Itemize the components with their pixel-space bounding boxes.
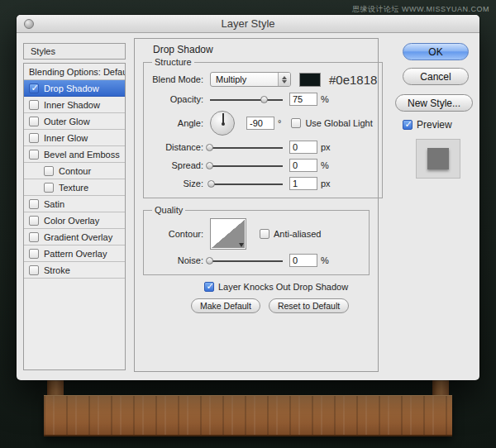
- shadow-color-swatch[interactable]: [299, 73, 321, 87]
- style-enabled-checkbox[interactable]: [29, 265, 39, 275]
- opacity-slider-thumb[interactable]: [260, 96, 268, 103]
- watermark: 思缘设计论坛 WWW.MISSYUAN.COM: [352, 4, 489, 15]
- angle-dial[interactable]: [210, 111, 235, 136]
- style-row-label: Drop Shadow: [44, 83, 99, 93]
- distance-input[interactable]: 0: [289, 141, 317, 154]
- layer-style-dialog: Layer Style Styles Blending Options: Def…: [17, 15, 479, 380]
- style-enabled-checkbox[interactable]: [29, 232, 39, 242]
- size-input[interactable]: 1: [289, 177, 317, 190]
- structure-legend: Structure: [152, 57, 194, 67]
- distance-slider-thumb[interactable]: [206, 144, 213, 151]
- structure-group: Structure Blend Mode: Multiply #0e1818 O…: [143, 57, 383, 198]
- style-list-item[interactable]: Drop Shadow: [24, 80, 125, 97]
- preview-shadow-square: [427, 148, 449, 169]
- dialog-titlebar[interactable]: Layer Style: [17, 15, 479, 33]
- opacity-label: Opacity:: [149, 94, 203, 104]
- style-enabled-checkbox[interactable]: [29, 199, 39, 209]
- style-list-item[interactable]: Gradient Overlay: [24, 229, 125, 245]
- quality-group: Quality Contour: Anti-aliased Noise: 0 %: [143, 205, 370, 275]
- ok-button[interactable]: OK: [403, 43, 469, 60]
- window-close-button[interactable]: [24, 19, 34, 29]
- spread-label: Spread:: [149, 160, 203, 170]
- spread-input[interactable]: 0: [289, 159, 317, 172]
- make-default-button[interactable]: Make Default: [191, 298, 260, 313]
- contour-picker[interactable]: [210, 218, 246, 250]
- style-row-label: Satin: [44, 199, 64, 209]
- distance-label: Distance:: [149, 142, 203, 152]
- layer-knocks-out-label: Layer Knocks Out Drop Shadow: [218, 282, 348, 292]
- angle-unit: °: [278, 118, 281, 128]
- quality-legend: Quality: [152, 205, 185, 215]
- distance-slider[interactable]: [210, 144, 283, 151]
- style-enabled-checkbox[interactable]: [44, 183, 54, 193]
- knockout-row: Layer Knocks Out Drop Shadow: [204, 282, 378, 292]
- spread-row: Spread: 0 %: [149, 156, 377, 174]
- style-list-item[interactable]: Blending Options: Default: [24, 64, 125, 80]
- style-enabled-checkbox[interactable]: [29, 117, 39, 126]
- size-unit: px: [321, 179, 331, 188]
- style-list-item[interactable]: Color Overlay: [24, 212, 125, 229]
- style-row-label: Inner Shadow: [44, 100, 100, 110]
- drop-shadow-panel: Drop Shadow Structure Blend Mode: Multip…: [134, 38, 379, 372]
- noise-row: Noise: 0 %: [149, 251, 364, 269]
- contour-dropdown-arrow-icon[interactable]: [239, 243, 244, 247]
- reset-to-default-button[interactable]: Reset to Default: [269, 298, 349, 313]
- distance-row: Distance: 0 px: [149, 138, 377, 156]
- styles-list: Blending Options: Default Drop Shadow In…: [23, 63, 126, 370]
- use-global-light-checkbox[interactable]: [291, 118, 301, 128]
- angle-input[interactable]: -90: [246, 117, 274, 130]
- noise-slider[interactable]: [210, 257, 283, 265]
- style-row-label: Inner Glow: [44, 133, 88, 143]
- blend-mode-value: Multiply: [211, 74, 278, 84]
- style-row-label: Gradient Overlay: [44, 232, 112, 242]
- spread-slider[interactable]: [210, 162, 283, 169]
- style-row-label: Contour: [59, 166, 91, 176]
- color-hex-annotation: #0e1818: [329, 73, 377, 87]
- preview-checkbox[interactable]: [403, 120, 413, 130]
- style-list-item[interactable]: Texture: [24, 179, 125, 196]
- anti-aliased-label: Anti-aliased: [274, 229, 321, 239]
- noise-input[interactable]: 0: [289, 254, 317, 267]
- opacity-slider[interactable]: [210, 96, 283, 103]
- style-list-item[interactable]: Bevel and Emboss: [24, 146, 125, 163]
- style-enabled-checkbox[interactable]: [29, 83, 39, 93]
- style-enabled-checkbox[interactable]: [44, 166, 54, 176]
- new-style-button[interactable]: New Style...: [395, 94, 473, 112]
- spread-slider-thumb[interactable]: [206, 162, 213, 169]
- distance-unit: px: [321, 142, 331, 152]
- anti-aliased-checkbox[interactable]: [260, 229, 269, 239]
- size-slider-thumb[interactable]: [207, 180, 215, 188]
- layer-knocks-out-checkbox[interactable]: [204, 282, 214, 292]
- style-enabled-checkbox[interactable]: [29, 150, 39, 160]
- style-enabled-checkbox[interactable]: [29, 216, 39, 226]
- style-list-item[interactable]: Satin: [24, 196, 125, 212]
- style-row-label: Texture: [59, 183, 88, 193]
- blend-mode-select[interactable]: Multiply: [210, 72, 291, 87]
- style-row-label: Color Overlay: [44, 216, 99, 226]
- style-enabled-checkbox[interactable]: [29, 133, 39, 143]
- style-enabled-checkbox[interactable]: [29, 100, 39, 110]
- style-row-label: Pattern Overlay: [44, 249, 107, 259]
- preview-thumbnail: [416, 139, 460, 179]
- style-list-item[interactable]: Contour: [24, 163, 125, 179]
- size-row: Size: 1 px: [149, 174, 377, 193]
- style-row-label: Stroke: [44, 265, 70, 275]
- angle-dial-center-dot: [222, 122, 225, 126]
- dialog-title: Layer Style: [17, 15, 479, 33]
- style-row-label: Outer Glow: [44, 117, 90, 126]
- style-list-item[interactable]: Pattern Overlay: [24, 245, 125, 262]
- style-list-item[interactable]: Outer Glow: [24, 113, 125, 130]
- use-global-light-label: Use Global Light: [305, 118, 372, 128]
- noise-slider-thumb[interactable]: [206, 257, 213, 265]
- style-list-item[interactable]: Inner Glow: [24, 130, 125, 146]
- popup-arrows-icon: [278, 73, 290, 86]
- cancel-button[interactable]: Cancel: [403, 68, 469, 85]
- size-slider[interactable]: [210, 180, 283, 188]
- defaults-row: Make Default Reset to Default: [191, 298, 378, 313]
- spread-unit: %: [321, 160, 329, 170]
- style-list-item[interactable]: Stroke: [24, 262, 125, 279]
- style-enabled-checkbox[interactable]: [29, 249, 39, 259]
- style-list-item[interactable]: Inner Shadow: [24, 97, 125, 113]
- opacity-input[interactable]: 75: [289, 93, 317, 106]
- preview-row: Preview: [403, 119, 452, 131]
